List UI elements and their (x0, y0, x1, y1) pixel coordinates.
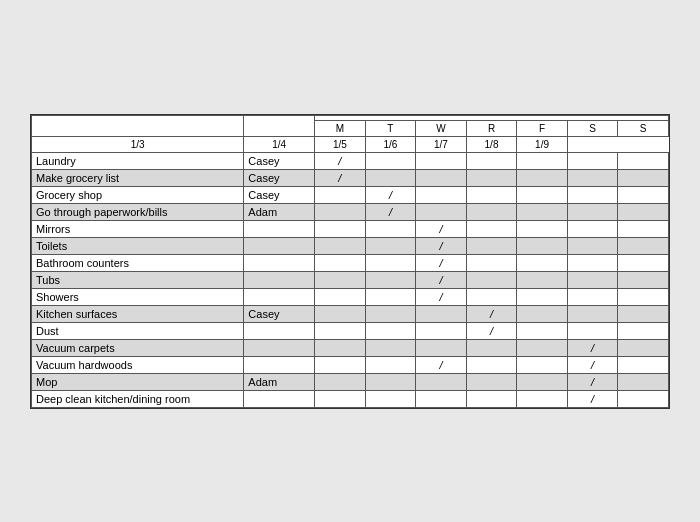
check-cell (517, 152, 568, 169)
check-cell (315, 339, 366, 356)
owner-cell: Adam (244, 373, 315, 390)
check-cell (466, 169, 517, 186)
check-cell: / (567, 339, 618, 356)
check-cell (365, 390, 416, 407)
check-cell (517, 322, 568, 339)
check-cell (517, 305, 568, 322)
chore-name-cell: Go through paperwork/bills (32, 203, 244, 220)
chores-table-container: MTWRFSS 1/31/41/51/61/71/81/9 LaundryCas… (30, 114, 670, 409)
check-cell (517, 271, 568, 288)
check-cell: / (416, 356, 467, 373)
table-row: Deep clean kitchen/dining room/ (32, 390, 669, 407)
chore-name-cell: Vacuum hardwoods (32, 356, 244, 373)
table-row: Grocery shopCasey/ (32, 186, 669, 203)
table-row: Toilets/ (32, 237, 669, 254)
owner-cell (244, 339, 315, 356)
owner-cell: Adam (244, 203, 315, 220)
date-header-1-3: 1/3 (32, 136, 244, 152)
owner-cell (244, 288, 315, 305)
check-cell (567, 322, 618, 339)
check-cell (466, 271, 517, 288)
check-cell (517, 356, 568, 373)
owner-cell (244, 254, 315, 271)
day-header-m: M (315, 120, 366, 136)
day-header-t: T (365, 120, 416, 136)
owner-cell (244, 237, 315, 254)
check-cell (517, 169, 568, 186)
check-cell (618, 237, 669, 254)
check-cell (315, 305, 366, 322)
owner-header (244, 115, 315, 136)
check-cell (466, 237, 517, 254)
date-row: 1/31/41/51/61/71/81/9 (32, 136, 669, 152)
check-cell (315, 373, 366, 390)
check-cell (365, 322, 416, 339)
check-cell (618, 356, 669, 373)
chore-name-cell: Mirrors (32, 220, 244, 237)
day-header-r: R (466, 120, 517, 136)
date-header-1-7: 1/7 (416, 136, 467, 152)
check-cell (365, 237, 416, 254)
check-cell (315, 237, 366, 254)
check-cell (517, 186, 568, 203)
check-cell (517, 203, 568, 220)
check-cell (618, 322, 669, 339)
chore-name-cell: Bathroom counters (32, 254, 244, 271)
check-cell (517, 373, 568, 390)
table-row: Kitchen surfacesCasey/ (32, 305, 669, 322)
chore-name-cell: Dust (32, 322, 244, 339)
check-cell (416, 373, 467, 390)
check-cell (315, 271, 366, 288)
check-cell (466, 220, 517, 237)
check-cell: / (416, 288, 467, 305)
owner-cell (244, 356, 315, 373)
table-row: Dust/ (32, 322, 669, 339)
check-cell (365, 288, 416, 305)
check-cell: / (416, 237, 467, 254)
check-cell (567, 169, 618, 186)
owner-cell: Casey (244, 186, 315, 203)
date-header-1-4: 1/4 (244, 136, 315, 152)
table-row: Make grocery listCasey/ (32, 169, 669, 186)
check-cell (416, 186, 467, 203)
day-header-w: W (416, 120, 467, 136)
chore-name-cell: Laundry (32, 152, 244, 169)
check-cell (416, 203, 467, 220)
check-cell (416, 169, 467, 186)
check-cell (618, 203, 669, 220)
owner-cell (244, 220, 315, 237)
day-header-f: F (517, 120, 568, 136)
table-row: Mirrors/ (32, 220, 669, 237)
check-cell (365, 169, 416, 186)
table-row: Showers/ (32, 288, 669, 305)
check-cell (618, 373, 669, 390)
owner-cell (244, 271, 315, 288)
check-cell (567, 203, 618, 220)
check-cell (315, 203, 366, 220)
check-cell: / (466, 305, 517, 322)
check-cell (416, 305, 467, 322)
check-cell (365, 220, 416, 237)
check-cell (365, 339, 416, 356)
owner-cell (244, 322, 315, 339)
owner-cell: Casey (244, 169, 315, 186)
chore-name-cell: Tubs (32, 271, 244, 288)
check-cell (466, 339, 517, 356)
chore-name-cell: Mop (32, 373, 244, 390)
check-cell: / (315, 169, 366, 186)
check-cell (315, 220, 366, 237)
check-cell (365, 152, 416, 169)
check-cell (618, 288, 669, 305)
check-cell (365, 356, 416, 373)
check-cell (567, 254, 618, 271)
owner-cell (244, 390, 315, 407)
check-cell (517, 237, 568, 254)
table-row: Tubs/ (32, 271, 669, 288)
table-row: MopAdam/ (32, 373, 669, 390)
check-cell (315, 186, 366, 203)
check-cell (567, 237, 618, 254)
check-cell (315, 322, 366, 339)
chore-name-cell: Kitchen surfaces (32, 305, 244, 322)
check-cell (618, 305, 669, 322)
check-cell (365, 305, 416, 322)
